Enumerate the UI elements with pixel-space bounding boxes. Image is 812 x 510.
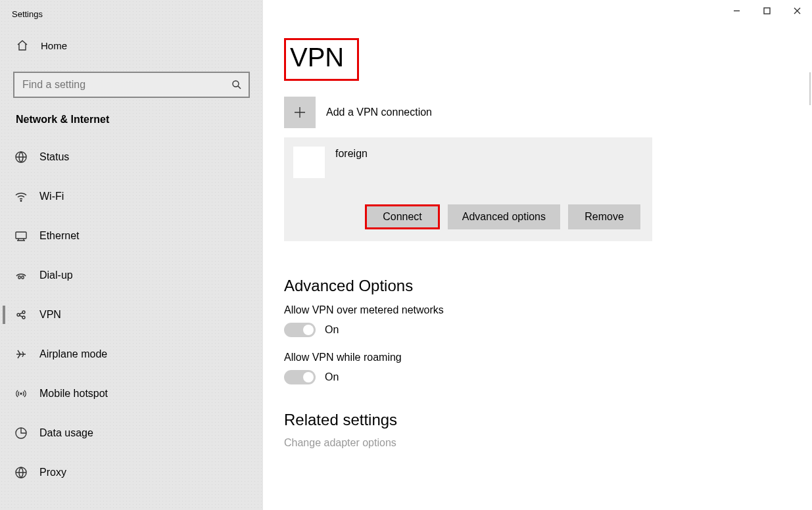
search-box[interactable] (13, 72, 250, 98)
sidebar-item-label: Airplane mode (39, 348, 107, 360)
sidebar-item-label: Proxy (39, 467, 66, 478)
search-input[interactable] (21, 78, 231, 91)
plus-icon (284, 97, 316, 128)
add-vpn-label: Add a VPN connection (326, 106, 432, 118)
sidebar-section-title: Network & Internet (0, 114, 263, 137)
maximize-button[interactable] (752, 0, 782, 21)
scrollbar[interactable] (809, 72, 811, 105)
sidebar-item-label: Wi-Fi (39, 191, 64, 202)
sidebar-item-label: Data usage (39, 427, 93, 439)
app-title: Settings (0, 5, 263, 32)
airplane-icon (14, 348, 28, 361)
sidebar-item-hotspot[interactable]: Mobile hotspot (0, 374, 263, 413)
hotspot-icon (14, 387, 28, 400)
toggle-label: Allow VPN over metered networks (284, 304, 812, 316)
sidebar-item-proxy[interactable]: Proxy (0, 453, 263, 492)
window-controls (721, 0, 812, 21)
sidebar-item-airplane[interactable]: Airplane mode (0, 335, 263, 374)
add-vpn-connection[interactable]: Add a VPN connection (284, 97, 812, 128)
sidebar-item-data[interactable]: Data usage (0, 413, 263, 453)
globe-icon (14, 151, 28, 164)
sidebar-item-ethernet[interactable]: Ethernet (0, 216, 263, 256)
sidebar-item-dialup[interactable]: Dial-up (0, 256, 263, 295)
proxy-icon (14, 466, 28, 479)
advanced-options-button[interactable]: Advanced options (448, 204, 560, 229)
sidebar-item-wifi[interactable]: Wi-Fi (0, 177, 263, 216)
minimize-button[interactable] (721, 0, 752, 21)
data-icon (14, 427, 28, 440)
change-adapter-link[interactable]: Change adapter options (284, 437, 812, 449)
toggle-metered-switch[interactable] (284, 323, 316, 337)
svg-point-9 (20, 393, 22, 394)
sidebar-item-label: Mobile hotspot (39, 388, 108, 400)
svg-rect-5 (22, 276, 24, 279)
toggle-label: Allow VPN while roaming (284, 352, 812, 363)
svg-point-8 (22, 316, 25, 319)
close-button[interactable] (782, 0, 812, 21)
ethernet-icon (14, 229, 28, 243)
sidebar-item-label: VPN (39, 309, 61, 321)
sidebar-item-label: Dial-up (39, 269, 73, 281)
page-title: VPN (290, 43, 344, 72)
svg-rect-12 (764, 8, 770, 14)
sidebar-item-status[interactable]: Status (0, 137, 263, 177)
main-content: VPN Add a VPN connection foreign Connect… (263, 0, 812, 510)
wifi-icon (14, 190, 28, 203)
connect-button[interactable]: Connect (365, 204, 440, 229)
toggle-roaming: Allow VPN while roaming On (284, 352, 812, 384)
toggle-state: On (325, 371, 339, 383)
svg-rect-3 (16, 232, 26, 239)
sidebar-item-label: Ethernet (39, 230, 79, 242)
remove-button[interactable]: Remove (568, 204, 640, 229)
vpn-icon (14, 308, 28, 321)
sidebar: Settings Home Network & Internet Status (0, 0, 263, 510)
page-title-highlight: VPN (284, 38, 359, 81)
svg-rect-4 (18, 276, 20, 279)
search-icon (231, 80, 242, 90)
sidebar-item-label: Status (39, 151, 69, 163)
svg-point-2 (20, 200, 22, 202)
toggle-metered: Allow VPN over metered networks On (284, 304, 812, 337)
toggle-roaming-switch[interactable] (284, 370, 316, 384)
svg-point-0 (233, 81, 239, 87)
sidebar-item-vpn[interactable]: VPN (0, 295, 263, 335)
sidebar-home[interactable]: Home (0, 32, 263, 58)
advanced-options-heading: Advanced Options (284, 277, 812, 295)
dialup-icon (14, 269, 28, 282)
home-icon (16, 39, 29, 52)
toggle-state: On (325, 324, 339, 336)
home-label: Home (41, 40, 67, 51)
related-settings-heading: Related settings (284, 411, 812, 429)
svg-point-7 (22, 311, 25, 313)
svg-point-6 (17, 313, 20, 316)
vpn-entry[interactable]: foreign Connect Advanced options Remove (284, 137, 652, 241)
vpn-entry-name: foreign (335, 147, 368, 160)
vpn-entry-icon (293, 147, 325, 178)
